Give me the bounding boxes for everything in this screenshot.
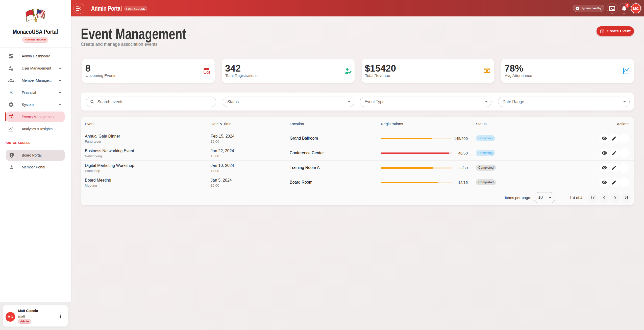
svg-text:$: $: [10, 90, 12, 95]
